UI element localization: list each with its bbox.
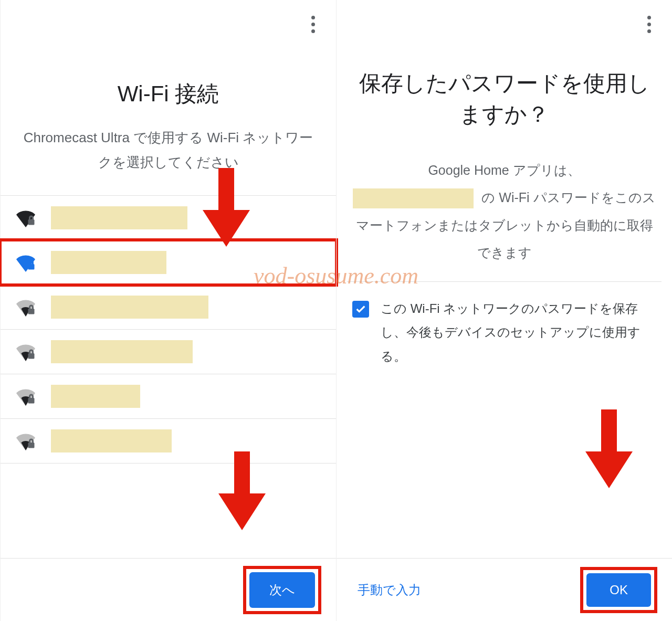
body-pre: Google Home アプリは、 xyxy=(428,163,580,177)
wifi-ssid-redacted xyxy=(51,429,172,452)
footer-bar: 手動で入力 OK xyxy=(337,558,672,621)
overflow-menu-icon[interactable] xyxy=(642,10,656,38)
wifi-network-row-selected[interactable] xyxy=(1,240,336,285)
body-text: Google Home アプリは、 の Wi-Fi パスワードをこのスマートフォ… xyxy=(337,156,672,267)
wifi-network-row[interactable] xyxy=(1,195,336,240)
wifi-network-row[interactable] xyxy=(1,330,336,374)
svg-rect-2 xyxy=(28,309,35,314)
wifi-network-list xyxy=(1,195,336,464)
wifi-lock-icon xyxy=(16,208,35,227)
wifi-ssid-redacted xyxy=(51,251,166,274)
page-subtitle: Chromecast Ultra で使用する Wi-Fi ネットワークを選択して… xyxy=(22,125,315,175)
divider xyxy=(347,281,662,282)
footer-bar: 次へ xyxy=(1,558,336,621)
wifi-ssid-redacted xyxy=(51,296,208,319)
saved-password-screen: 保存したパスワードを使用しますか？ Google Home アプリは、 の Wi… xyxy=(336,0,672,621)
svg-rect-5 xyxy=(28,443,35,448)
save-password-label: この Wi-Fi ネットワークのパスワードを保存し、今後もデバイスのセットアップ… xyxy=(381,297,656,369)
wifi-lock-icon xyxy=(16,342,35,361)
header: Wi-Fi 接続 Chromecast Ultra で使用する Wi-Fi ネッ… xyxy=(1,0,336,185)
save-password-row: この Wi-Fi ネットワークのパスワードを保存し、今後もデバイスのセットアップ… xyxy=(337,297,672,369)
wifi-network-row[interactable] xyxy=(1,285,336,330)
ok-button[interactable]: OK xyxy=(586,573,651,607)
wifi-select-screen: Wi-Fi 接続 Chromecast Ultra で使用する Wi-Fi ネッ… xyxy=(0,0,336,621)
wifi-ssid-redacted xyxy=(51,385,140,408)
save-password-checkbox[interactable] xyxy=(352,301,369,318)
svg-rect-1 xyxy=(28,264,35,270)
wifi-lock-icon xyxy=(16,431,35,450)
wifi-ssid-redacted xyxy=(51,340,193,363)
wifi-network-row[interactable] xyxy=(1,419,336,464)
manual-entry-button[interactable]: 手動で入力 xyxy=(358,582,421,598)
page-title: Wi-Fi 接続 xyxy=(22,79,315,110)
svg-rect-4 xyxy=(28,398,35,404)
wifi-network-row[interactable] xyxy=(1,374,336,419)
wifi-lock-icon xyxy=(16,253,35,272)
wifi-ssid-redacted xyxy=(353,188,474,208)
wifi-lock-icon xyxy=(16,387,35,406)
header: 保存したパスワードを使用しますか？ xyxy=(337,0,672,156)
wifi-ssid-redacted xyxy=(51,206,187,229)
page-title: 保存したパスワードを使用しますか？ xyxy=(358,68,651,130)
overflow-menu-icon[interactable] xyxy=(306,10,320,38)
svg-rect-3 xyxy=(28,353,35,359)
next-button[interactable]: 次へ xyxy=(249,572,315,608)
svg-rect-0 xyxy=(28,219,35,225)
wifi-lock-icon xyxy=(16,298,35,317)
annotation-arrow-icon xyxy=(583,409,635,488)
